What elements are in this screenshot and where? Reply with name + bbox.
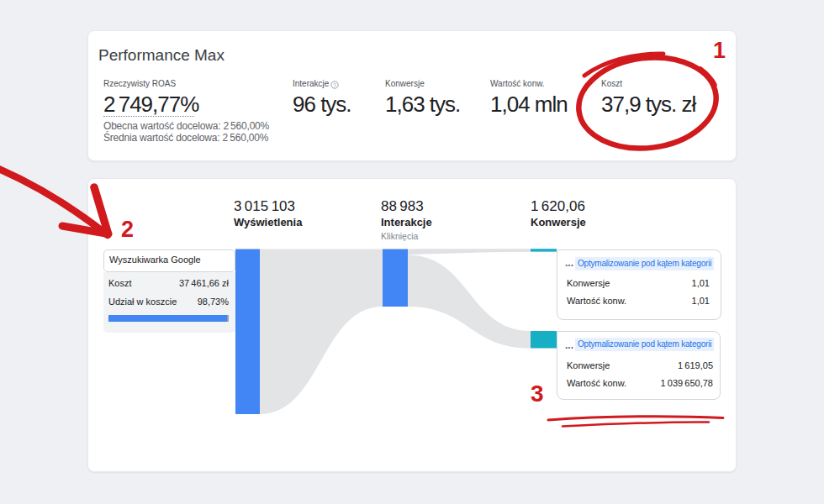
svg-text:3: 3 xyxy=(531,381,544,407)
svg-text:2: 2 xyxy=(121,217,134,242)
svg-text:1: 1 xyxy=(713,38,726,63)
